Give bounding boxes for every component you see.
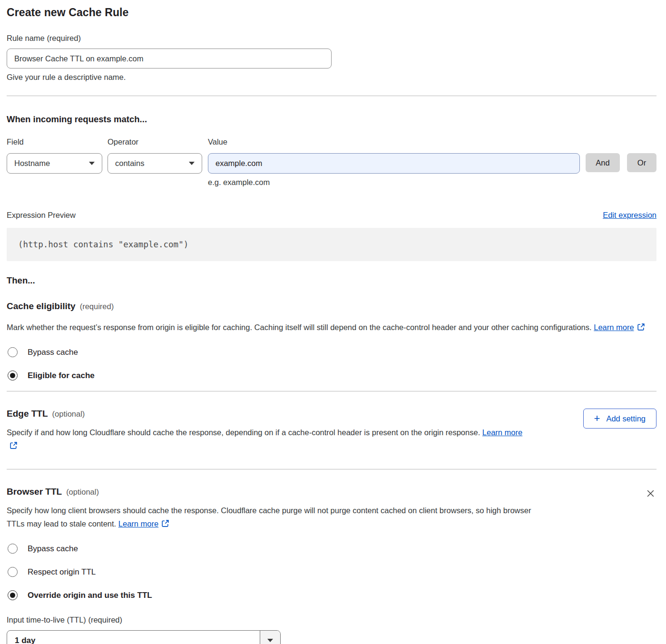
add-setting-button[interactable]: + Add setting: [583, 409, 656, 429]
value-help: e.g. example.com: [208, 178, 580, 187]
ttl-input-label: Input time-to-live (TTL) (required): [7, 615, 122, 624]
cache-eligibility-learn-more-link[interactable]: Learn more: [594, 323, 634, 332]
expression-code-block: (http.host contains "example.com"): [7, 228, 656, 261]
browser-bypass-cache-option[interactable]: Bypass cache: [8, 544, 656, 554]
cache-eligibility-description: Mark whether the request’s response from…: [7, 321, 656, 334]
match-condition-row: Field Hostname Operator contains Value e…: [7, 137, 656, 187]
ttl-select-value: 1 day: [7, 631, 260, 644]
value-input[interactable]: [208, 153, 580, 174]
plus-icon: +: [594, 413, 600, 424]
radio-icon[interactable]: [8, 590, 18, 600]
chevron-down-icon: [189, 162, 195, 165]
respect-origin-ttl-option[interactable]: Respect origin TTL: [8, 567, 656, 577]
option-label: Respect origin TTL: [28, 567, 96, 577]
cache-eligibility-qualifier: (required): [80, 302, 114, 311]
page-title: Create new Cache Rule: [7, 6, 656, 19]
override-origin-ttl-option[interactable]: Override origin and use this TTL: [8, 590, 656, 600]
edge-ttl-description-text: Specify if and how long Cloudflare shoul…: [7, 428, 480, 437]
then-heading: Then...: [7, 275, 656, 286]
operator-select[interactable]: contains: [108, 153, 202, 174]
or-button[interactable]: Or: [627, 153, 656, 172]
edge-ttl-learn-more-link[interactable]: Learn more: [482, 428, 522, 437]
operator-select-value: contains: [115, 159, 144, 168]
edge-ttl-qualifier: (optional): [52, 410, 85, 418]
edge-ttl-title: Edge TTL: [7, 409, 48, 419]
field-label: Field: [7, 137, 102, 146]
value-label: Value: [208, 137, 580, 146]
radio-icon[interactable]: [8, 544, 18, 554]
expression-preview-label: Expression Preview: [7, 211, 76, 220]
operator-label: Operator: [108, 137, 202, 146]
expression-code: (http.host contains "example.com"): [18, 240, 188, 249]
external-link-icon: [10, 441, 18, 449]
rule-name-label: Rule name (required): [7, 34, 81, 42]
eligible-for-cache-option[interactable]: Eligible for cache: [8, 371, 656, 381]
add-setting-label: Add setting: [606, 414, 646, 423]
option-label: Override origin and use this TTL: [28, 591, 152, 600]
ttl-select[interactable]: 1 day: [7, 630, 281, 644]
radio-icon[interactable]: [8, 567, 18, 577]
rule-name-help: Give your rule a descriptive name.: [7, 73, 656, 82]
chevron-down-icon: [267, 639, 273, 642]
external-link-icon: [637, 323, 645, 331]
divider: [7, 391, 656, 391]
chevron-down-icon: [89, 162, 95, 165]
bypass-cache-option[interactable]: Bypass cache: [8, 347, 656, 357]
cache-eligibility-title: Cache eligibility: [7, 301, 76, 311]
browser-ttl-qualifier: (optional): [66, 488, 99, 496]
browser-ttl-learn-more-link[interactable]: Learn more: [118, 519, 158, 528]
option-label: Bypass cache: [28, 544, 78, 554]
field-select[interactable]: Hostname: [7, 153, 102, 174]
divider: [7, 96, 656, 96]
create-cache-rule-form: Create new Cache Rule Rule name (require…: [0, 0, 666, 644]
remove-browser-ttl-button[interactable]: [645, 488, 656, 501]
match-section-heading: When incoming requests match...: [7, 114, 656, 125]
browser-ttl-description-text: Specify how long client browsers should …: [7, 506, 531, 528]
field-select-value: Hostname: [14, 159, 50, 168]
ttl-select-arrow[interactable]: [260, 631, 280, 644]
external-link-icon: [161, 519, 169, 527]
cache-eligibility-description-text: Mark whether the request’s response from…: [7, 323, 592, 332]
option-label: Bypass cache: [28, 348, 78, 357]
radio-icon[interactable]: [8, 347, 18, 357]
option-label: Eligible for cache: [28, 371, 95, 381]
divider: [7, 469, 656, 469]
browser-ttl-description: Specify how long client browsers should …: [7, 504, 532, 530]
and-button[interactable]: And: [586, 153, 620, 172]
close-icon: [646, 489, 655, 498]
edit-expression-link[interactable]: Edit expression: [603, 211, 656, 220]
rule-name-input[interactable]: [7, 49, 332, 68]
browser-ttl-title: Browser TTL: [7, 487, 62, 497]
edge-ttl-description: Specify if and how long Cloudflare shoul…: [7, 426, 532, 452]
radio-icon[interactable]: [8, 371, 18, 381]
